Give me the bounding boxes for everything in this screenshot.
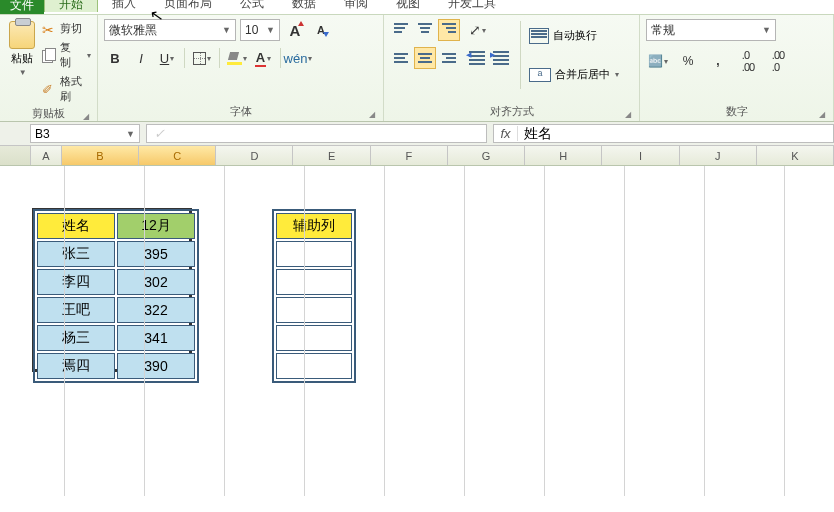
italic-button[interactable]: I xyxy=(130,47,152,69)
spreadsheet-grid[interactable]: ABCDEFGHIJK 姓名12月 张三395 李四302 王吧322 杨三34… xyxy=(0,146,834,496)
percent-format-button[interactable]: % xyxy=(676,51,700,71)
group-alignment: ⤢▾ 自动换行 合并后居中▾ 对齐方式 xyxy=(384,15,640,121)
align-top-button[interactable] xyxy=(390,19,412,41)
name-box[interactable]: B3▼ xyxy=(30,124,140,143)
tab-layout[interactable]: 页面布局 xyxy=(150,0,226,12)
bold-icon: B xyxy=(110,51,119,66)
col-header-D[interactable]: D xyxy=(216,146,293,165)
tab-home[interactable]: 开始 xyxy=(44,0,98,12)
col-header-C[interactable]: C xyxy=(139,146,216,165)
fx-icon[interactable]: fx xyxy=(494,126,518,141)
format-painter-button[interactable]: ✐格式刷 xyxy=(42,74,91,104)
grow-font-button[interactable]: A xyxy=(284,19,306,41)
select-all-corner[interactable] xyxy=(0,146,31,165)
tab-insert[interactable]: 插入 xyxy=(98,0,150,12)
col-header-A[interactable]: A xyxy=(31,146,62,165)
formula-bar: B3▼ ✓ fx 姓名 xyxy=(0,122,834,146)
decrease-decimal-button[interactable]: .00.0 xyxy=(766,51,790,71)
table-row xyxy=(276,269,352,295)
phonetic-icon: wén xyxy=(284,51,308,66)
merge-center-button[interactable]: 合并后居中▾ xyxy=(529,61,619,89)
increase-decimal-button[interactable]: .0.00 xyxy=(736,51,760,71)
font-color-button[interactable]: A▾ xyxy=(252,47,274,69)
brush-icon: ✐ xyxy=(42,82,55,96)
underline-button[interactable]: U▾ xyxy=(156,47,178,69)
bold-button[interactable]: B xyxy=(104,47,126,69)
chevron-down-icon: ▼ xyxy=(126,129,135,139)
data-table[interactable]: 姓名12月 张三395 李四302 王吧322 杨三341 焉四390 xyxy=(33,209,199,383)
ribbon: 粘贴 ▼ ✂剪切 复制▾ ✐格式刷 剪贴板 微软雅黑▼ 10▼ A A B I … xyxy=(0,14,834,122)
decrease-indent-icon xyxy=(467,48,487,68)
shrink-font-icon: A xyxy=(317,24,325,36)
table-row xyxy=(276,353,352,379)
copy-icon xyxy=(42,48,56,62)
decrease-decimal-icon: .00.0 xyxy=(772,49,784,73)
tab-review[interactable]: 审阅 xyxy=(330,0,382,12)
col-header-F[interactable]: F xyxy=(371,146,448,165)
col-header-B[interactable]: B xyxy=(62,146,139,165)
tab-data[interactable]: 数据 xyxy=(278,0,330,12)
decrease-indent-button[interactable] xyxy=(466,47,488,69)
align-left-button[interactable] xyxy=(390,47,412,69)
table-row: 李四302 xyxy=(37,269,195,295)
table-row: 辅助列 xyxy=(276,213,352,239)
table-row: 姓名12月 xyxy=(37,213,195,239)
italic-icon: I xyxy=(139,51,143,66)
font-name-combo[interactable]: 微软雅黑▼ xyxy=(104,19,236,41)
formula-input[interactable]: fx 姓名 xyxy=(493,124,834,143)
table-row: 杨三341 xyxy=(37,325,195,351)
table-row xyxy=(276,325,352,351)
align-center-button[interactable] xyxy=(414,47,436,69)
chevron-down-icon: ▼ xyxy=(19,68,27,77)
tab-view[interactable]: 视图 xyxy=(382,0,434,12)
merge-icon xyxy=(529,68,551,82)
col-header-G[interactable]: G xyxy=(448,146,525,165)
table-row xyxy=(276,241,352,267)
align-middle-button[interactable] xyxy=(414,19,436,41)
table-row: 焉四390 xyxy=(37,353,195,379)
table-row xyxy=(276,297,352,323)
col-header-K[interactable]: K xyxy=(757,146,834,165)
fill-bucket-icon xyxy=(227,51,242,65)
column-headers[interactable]: ABCDEFGHIJK xyxy=(0,146,834,166)
group-label-number: 数字 xyxy=(646,102,827,121)
group-number: 常规▼ 🔤▾ % , .0.00 .00.0 数字 xyxy=(640,15,834,121)
comma-format-button[interactable]: , xyxy=(706,51,730,71)
aux-table[interactable]: 辅助列 xyxy=(272,209,356,383)
table-row: 张三395 xyxy=(37,241,195,267)
phonetic-button[interactable]: wén▾ xyxy=(287,47,309,69)
orientation-icon: ⤢ xyxy=(469,22,481,38)
paste-icon xyxy=(9,21,35,49)
paste-button[interactable]: 粘贴 ▼ xyxy=(6,19,38,104)
align-right-button[interactable] xyxy=(438,47,460,69)
col-header-J[interactable]: J xyxy=(680,146,757,165)
wrap-text-button[interactable]: 自动换行 xyxy=(529,22,619,50)
scissors-icon: ✂ xyxy=(42,22,56,36)
col-header-E[interactable]: E xyxy=(293,146,370,165)
accounting-format-button[interactable]: 🔤▾ xyxy=(646,51,670,71)
group-label-font: 字体 xyxy=(104,102,377,121)
copy-button[interactable]: 复制▾ xyxy=(42,40,91,70)
group-font: 微软雅黑▼ 10▼ A A B I U▾ ▾ ▾ A▾ wén▾ 字体 xyxy=(98,15,384,121)
comma-icon: , xyxy=(716,54,719,68)
align-bottom-button[interactable] xyxy=(438,19,460,41)
currency-icon: 🔤 xyxy=(648,54,663,68)
number-format-combo[interactable]: 常规▼ xyxy=(646,19,776,41)
fill-color-button[interactable]: ▾ xyxy=(226,47,248,69)
tab-formula[interactable]: 公式 xyxy=(226,0,278,12)
cut-button[interactable]: ✂剪切 xyxy=(42,21,91,36)
increase-indent-button[interactable] xyxy=(490,47,512,69)
increase-decimal-icon: .0.00 xyxy=(742,49,754,73)
col-header-H[interactable]: H xyxy=(525,146,602,165)
tab-file[interactable]: 文件 xyxy=(0,0,44,14)
menu-tabs: 文件 开始 插入 页面布局 公式 数据 审阅 视图 开发工具 xyxy=(0,0,834,14)
orientation-button[interactable]: ⤢▾ xyxy=(466,19,488,41)
group-label-clipboard: 剪贴板 xyxy=(6,104,91,123)
border-button[interactable]: ▾ xyxy=(191,47,213,69)
chevron-down-icon: ▼ xyxy=(262,25,275,35)
font-size-combo[interactable]: 10▼ xyxy=(240,19,280,41)
col-header-I[interactable]: I xyxy=(602,146,679,165)
border-icon xyxy=(193,52,206,65)
tab-dev[interactable]: 开发工具 xyxy=(434,0,510,12)
shrink-font-button[interactable]: A xyxy=(310,19,332,41)
